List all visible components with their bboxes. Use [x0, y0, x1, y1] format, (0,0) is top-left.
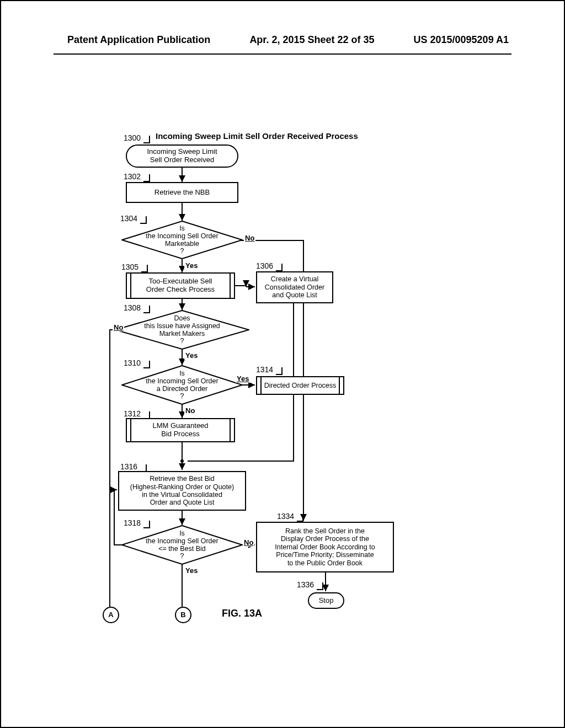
- label-1304-yes: Yes: [184, 261, 199, 270]
- hook-1334: [297, 514, 303, 522]
- node-1312-subproc: LMM Guaranteed Bid Process: [126, 418, 235, 442]
- node-1304-decision: Is the Incoming Sell Order Marketable ?: [121, 221, 243, 259]
- ref-1336: 1336: [297, 580, 314, 589]
- hook-1306: [276, 264, 282, 271]
- hook-1305: [141, 265, 148, 272]
- ref-1302: 1302: [124, 172, 141, 181]
- node-1308-decision: Does this Issue have Assigned Market Mak…: [115, 310, 249, 350]
- page-frame: Patent Application Publication Apr. 2, 2…: [0, 0, 565, 728]
- label-1310-yes: Yes: [237, 374, 249, 383]
- node-1314-subproc: Directed Order Process: [256, 376, 344, 395]
- label-1308-no: No: [114, 323, 123, 331]
- ref-1334: 1334: [277, 512, 294, 521]
- node-1334: Rank the Sell Order in the Display Order…: [256, 522, 394, 572]
- svg-point-10: [180, 459, 184, 463]
- connector-b: B: [175, 607, 191, 623]
- figure-label: FIG. 13A: [222, 608, 262, 619]
- header-left: Patent Application Publication: [67, 34, 210, 46]
- node-1305-subproc: Too-Executable Sell Order Check Process: [126, 272, 235, 299]
- ref-1316: 1316: [120, 462, 137, 471]
- ref-1312: 1312: [124, 409, 141, 418]
- ref-1300: 1300: [124, 133, 141, 142]
- hook-1314: [276, 367, 282, 375]
- hook-1336: [317, 582, 323, 590]
- label-1304-no: No: [245, 234, 254, 242]
- node-1306: Create a Virtual Consolidated Order and …: [256, 271, 333, 303]
- header-right: US 2015/0095209 A1: [414, 34, 509, 46]
- label-1318-yes: Yes: [184, 566, 199, 575]
- label-1310-no: No: [184, 406, 196, 415]
- hook-1300: [143, 136, 150, 143]
- node-1316: Retrieve the Best Bid (Highest-Ranking O…: [118, 471, 246, 511]
- ref-1314: 1314: [256, 365, 273, 374]
- node-1318-decision: Is the Incoming Sell Order <= the Best B…: [121, 525, 243, 565]
- ref-1305: 1305: [121, 263, 138, 271]
- flow-title: Incoming Sweep Limit Sell Order Received…: [156, 131, 358, 141]
- header-center: Apr. 2, 2015 Sheet 22 of 35: [249, 34, 374, 46]
- connector-a: A: [103, 607, 119, 623]
- label-1308-yes: Yes: [184, 351, 199, 360]
- ref-1306: 1306: [256, 261, 273, 270]
- label-1318-no: No: [244, 538, 253, 547]
- node-1336-stop: Stop: [308, 592, 344, 609]
- node-1310-decision: Is the Incoming Sell Order a Directed Or…: [121, 365, 243, 405]
- header-rule: [54, 53, 511, 55]
- node-1300-start: Incoming Sweep Limit Sell Order Received: [126, 144, 238, 168]
- node-1302: Retrieve the NBB: [126, 182, 238, 203]
- flow-wires: [1, 1, 565, 728]
- page-header: Patent Application Publication Apr. 2, 2…: [1, 34, 564, 46]
- hook-1302: [143, 174, 150, 182]
